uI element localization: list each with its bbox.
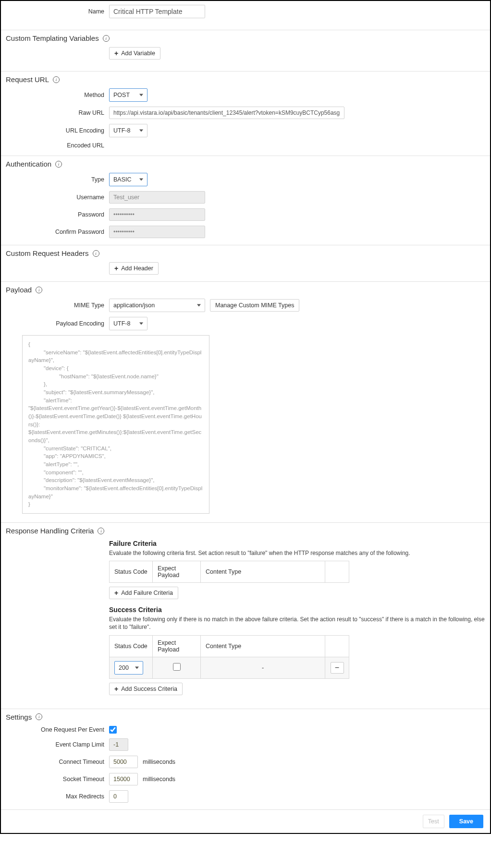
add-success-label: Add Success Criteria <box>121 686 177 692</box>
connect-timeout-input[interactable] <box>109 756 138 768</box>
table-row: 200 - − <box>110 657 349 678</box>
mime-label: MIME Type <box>6 302 109 309</box>
add-header-label: Add Header <box>121 265 153 272</box>
save-label: Save <box>459 818 473 825</box>
failure-title: Failure Criteria <box>109 540 483 547</box>
plus-icon: + <box>114 590 118 596</box>
confirm-password-label: Confirm Password <box>6 229 109 235</box>
mime-value: application/json <box>113 302 155 309</box>
save-button[interactable]: Save <box>449 815 483 828</box>
one-request-label: One Request Per Event <box>6 726 109 733</box>
payload-encoding-select[interactable]: UTF-8 <box>109 317 147 330</box>
failure-col-status: Status Code <box>110 561 153 583</box>
info-icon: i <box>53 76 60 83</box>
add-variable-button[interactable]: +Add Variable <box>109 47 160 60</box>
success-table: Status Code Expect Payload Content Type … <box>109 635 349 679</box>
payload-encoding-label: Payload Encoding <box>6 320 109 327</box>
add-failure-button[interactable]: +Add Failure Criteria <box>109 587 178 599</box>
method-select[interactable]: POST <box>109 88 147 102</box>
url-encoding-value: UTF-8 <box>113 127 130 134</box>
mime-select[interactable]: application/json <box>109 299 205 312</box>
plus-icon: + <box>114 265 118 272</box>
auth-header: Authentication <box>6 160 51 168</box>
test-label: Test <box>428 818 439 825</box>
method-label: Method <box>6 92 109 98</box>
info-icon: i <box>36 713 42 720</box>
encoded-url-label: Encoded URL <box>6 142 109 149</box>
connect-unit: milliseconds <box>143 759 175 765</box>
raw-url-label: Raw URL <box>6 109 109 116</box>
info-icon: i <box>103 35 110 42</box>
failure-col-expect: Expect Payload <box>153 561 201 583</box>
manage-mime-label: Manage Custom MIME Types <box>215 302 294 309</box>
remove-row-button[interactable]: − <box>331 662 344 674</box>
expect-payload-checkbox[interactable] <box>173 663 181 671</box>
settings-header: Settings <box>6 713 32 721</box>
payload-header: Payload <box>6 286 32 294</box>
socket-timeout-input[interactable] <box>109 773 138 785</box>
test-button[interactable]: Test <box>423 815 444 828</box>
info-icon: i <box>55 161 62 168</box>
url-encoding-label: URL Encoding <box>6 127 109 134</box>
name-label: Name <box>6 8 109 15</box>
raw-url-input[interactable] <box>109 107 344 119</box>
manage-mime-button[interactable]: Manage Custom MIME Types <box>210 299 299 312</box>
content-type-cell: - <box>201 657 325 678</box>
url-encoding-select[interactable]: UTF-8 <box>109 124 147 137</box>
info-icon: i <box>98 528 104 534</box>
connect-timeout-label: Connect Timeout <box>6 759 109 765</box>
info-icon: i <box>36 287 42 293</box>
plus-icon: + <box>114 686 118 692</box>
response-header: Response Handling Criteria <box>6 527 94 535</box>
failure-table: Status Code Expect Payload Content Type <box>109 561 349 583</box>
username-label: Username <box>6 194 109 201</box>
request-url-header: Request URL <box>6 75 49 84</box>
add-success-button[interactable]: +Add Success Criteria <box>109 683 183 695</box>
add-header-button[interactable]: +Add Header <box>109 262 159 275</box>
success-col-expect: Expect Payload <box>153 635 201 657</box>
add-variable-label: Add Variable <box>121 50 155 57</box>
method-value: POST <box>113 92 130 98</box>
auth-type-label: Type <box>6 176 109 183</box>
redirects-label: Max Redirects <box>6 793 109 800</box>
redirects-input[interactable] <box>109 790 128 803</box>
success-desc: Evaluate the following only if there is … <box>109 615 485 631</box>
clamp-input[interactable] <box>109 738 128 751</box>
info-icon: i <box>93 250 99 257</box>
payload-encoding-value: UTF-8 <box>113 320 130 327</box>
success-title: Success Criteria <box>109 606 485 614</box>
failure-col-content: Content Type <box>201 561 325 583</box>
name-input[interactable] <box>109 5 205 18</box>
username-input[interactable] <box>109 191 205 204</box>
headers-header: Custom Request Headers <box>6 249 89 257</box>
password-label: Password <box>6 211 109 218</box>
confirm-password-input[interactable] <box>109 226 205 238</box>
custom-vars-header: Custom Templating Variables <box>6 34 99 42</box>
password-input[interactable] <box>109 208 205 221</box>
payload-body[interactable]: { "serviceName": "${latestEvent.affected… <box>22 335 209 514</box>
socket-timeout-label: Socket Timeout <box>6 776 109 783</box>
auth-type-select[interactable]: BASIC <box>109 173 147 186</box>
add-failure-label: Add Failure Criteria <box>121 590 173 596</box>
failure-desc: Evaluate the following criteria first. S… <box>109 549 483 557</box>
clamp-label: Event Clamp Limit <box>6 741 109 748</box>
status-code-value: 200 <box>119 664 129 671</box>
one-request-checkbox[interactable] <box>109 726 117 734</box>
status-code-select[interactable]: 200 <box>114 661 143 675</box>
socket-unit: milliseconds <box>143 776 175 783</box>
plus-icon: + <box>114 50 118 57</box>
auth-type-value: BASIC <box>113 176 132 183</box>
success-col-status: Status Code <box>110 635 153 657</box>
success-col-content: Content Type <box>201 635 325 657</box>
